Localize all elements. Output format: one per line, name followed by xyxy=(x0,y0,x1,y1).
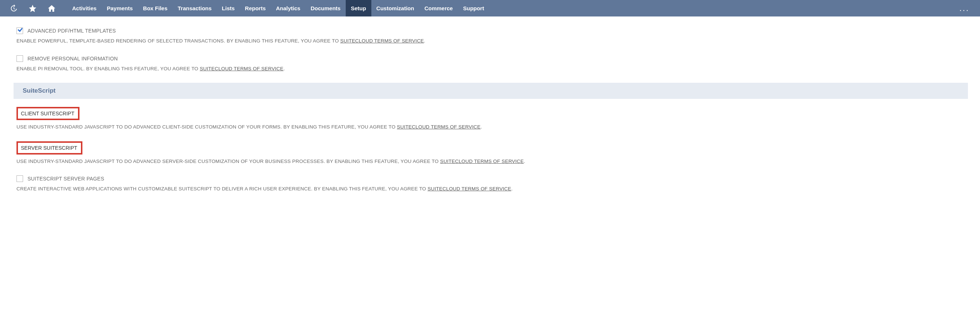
desc-text: . xyxy=(480,124,482,130)
nav-item-customization[interactable]: Customization xyxy=(371,0,419,16)
history-icon[interactable] xyxy=(9,4,18,13)
checkbox-remove-personal-information[interactable] xyxy=(16,55,23,62)
nav-more-icon[interactable]: ... xyxy=(955,4,975,13)
content-area: ADVANCED PDF/HTML TEMPLATESENABLE POWERF… xyxy=(0,16,980,218)
feature-description: ENABLE POWERFUL, TEMPLATE-BASED RENDERIN… xyxy=(16,37,529,45)
nav-icon-group xyxy=(9,4,56,13)
desc-text: ENABLE POWERFUL, TEMPLATE-BASED RENDERIN… xyxy=(16,38,340,44)
nav-item-lists[interactable]: Lists xyxy=(217,0,240,16)
nav-item-payments[interactable]: Payments xyxy=(102,0,138,16)
checkbox-advanced-pdf-html-templates[interactable] xyxy=(16,27,23,34)
desc-text: USE INDUSTRY-STANDARD JAVASCRIPT TO DO A… xyxy=(16,159,440,164)
terms-of-service-link[interactable]: SUITECLOUD TERMS OF SERVICE xyxy=(440,159,524,164)
section-header-suitescript: SuiteScript xyxy=(14,83,968,99)
feature-description: ENABLE PI REMOVAL TOOL. BY ENABLING THIS… xyxy=(16,65,529,73)
desc-text: . xyxy=(283,66,285,72)
feature-label: SUITESCRIPT SERVER PAGES xyxy=(27,176,104,181)
nav-menu: ActivitiesPaymentsBox FilesTransactionsL… xyxy=(67,0,955,16)
desc-text: USE INDUSTRY-STANDARD JAVASCRIPT TO DO A… xyxy=(16,124,397,130)
feature-row: ADVANCED PDF/HTML TEMPLATES xyxy=(16,27,964,34)
checkbox-suitescript-server-pages[interactable] xyxy=(16,175,23,182)
feature-description: USE INDUSTRY-STANDARD JAVASCRIPT TO DO A… xyxy=(16,158,529,166)
nav-item-support[interactable]: Support xyxy=(458,0,489,16)
terms-of-service-link[interactable]: SUITECLOUD TERMS OF SERVICE xyxy=(428,186,511,191)
terms-of-service-link[interactable]: SUITECLOUD TERMS OF SERVICE xyxy=(340,38,424,44)
desc-text: CREATE INTERACTIVE WEB APPLICATIONS WITH… xyxy=(16,186,428,191)
nav-item-analytics[interactable]: Analytics xyxy=(271,0,306,16)
nav-item-box-files[interactable]: Box Files xyxy=(138,0,173,16)
nav-item-reports[interactable]: Reports xyxy=(240,0,271,16)
feature-row: REMOVE PERSONAL INFORMATION xyxy=(16,55,964,62)
highlight-box: CLIENT SUITESCRIPT xyxy=(16,107,80,120)
nav-item-documents[interactable]: Documents xyxy=(305,0,346,16)
desc-text: ENABLE PI REMOVAL TOOL. BY ENABLING THIS… xyxy=(16,66,200,72)
nav-item-setup[interactable]: Setup xyxy=(346,0,371,16)
top-nav: ActivitiesPaymentsBox FilesTransactionsL… xyxy=(0,0,980,16)
desc-text: . xyxy=(524,159,525,164)
star-icon[interactable] xyxy=(28,4,37,13)
feature-description: USE INDUSTRY-STANDARD JAVASCRIPT TO DO A… xyxy=(16,123,529,131)
desc-text: . xyxy=(511,186,513,191)
highlight-box: SERVER SUITESCRIPT xyxy=(16,141,83,154)
nav-item-commerce[interactable]: Commerce xyxy=(419,0,458,16)
feature-label: SERVER SUITESCRIPT xyxy=(21,145,77,151)
feature-label: ADVANCED PDF/HTML TEMPLATES xyxy=(27,28,116,34)
home-icon[interactable] xyxy=(47,4,56,13)
feature-description: CREATE INTERACTIVE WEB APPLICATIONS WITH… xyxy=(16,185,529,193)
terms-of-service-link[interactable]: SUITECLOUD TERMS OF SERVICE xyxy=(200,66,283,72)
terms-of-service-link[interactable]: SUITECLOUD TERMS OF SERVICE xyxy=(397,124,480,130)
desc-text: . xyxy=(424,38,426,44)
nav-item-transactions[interactable]: Transactions xyxy=(172,0,217,16)
feature-row: SUITESCRIPT SERVER PAGES xyxy=(16,175,964,182)
feature-label: REMOVE PERSONAL INFORMATION xyxy=(27,56,118,62)
feature-label: CLIENT SUITESCRIPT xyxy=(21,111,74,116)
nav-item-activities[interactable]: Activities xyxy=(67,0,102,16)
